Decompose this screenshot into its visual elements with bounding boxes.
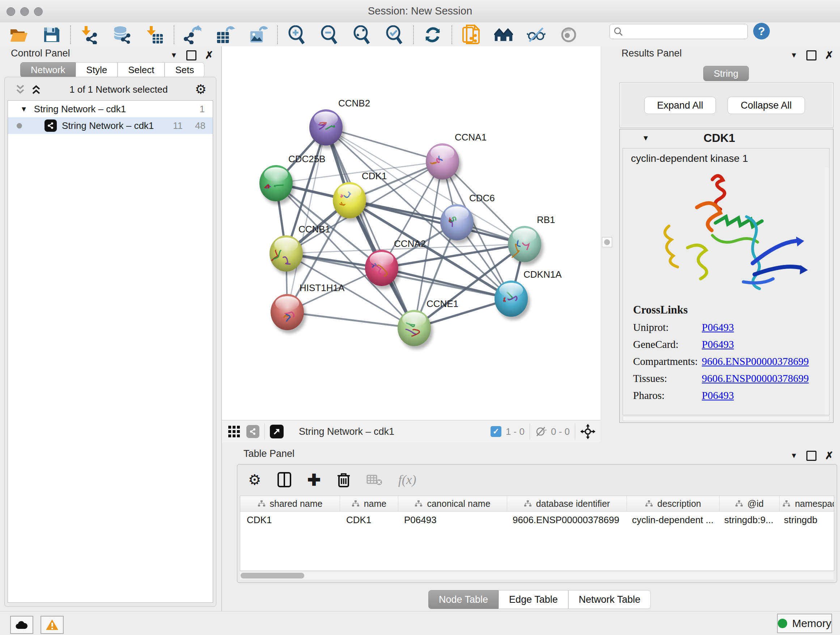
import-network-database-button[interactable] [113, 25, 132, 44]
table-cell[interactable]: stringdb:9... [718, 511, 777, 528]
network-node[interactable]: CCNE1 [398, 298, 458, 349]
network-edge[interactable] [287, 312, 414, 328]
column-header[interactable]: namespace [780, 496, 834, 511]
selected-nodes-checkbox[interactable]: ✓ [491, 426, 501, 437]
string-network-graph[interactable]: CCNB2CCNA1CDC25BCDK1CDC6RB1CCNB1CCNA2CDK… [222, 46, 600, 420]
network-node[interactable]: HIST1H1A [271, 282, 345, 333]
crosslink-link[interactable]: 9606.ENSP00000378699 [702, 372, 809, 385]
expand-all-icon[interactable] [30, 84, 42, 95]
crosslink-link[interactable]: P06493 [702, 339, 734, 350]
network-collection-row[interactable]: ▼ String Network – cdk1 1 [8, 101, 213, 117]
cloud-button[interactable] [10, 616, 33, 634]
export-image-button[interactable] [249, 25, 268, 44]
zoom-out-button[interactable] [320, 25, 339, 44]
network-share-icon[interactable] [246, 425, 259, 438]
string-home-button[interactable] [494, 25, 513, 44]
delete-table-icon [366, 473, 382, 486]
crosslink-link[interactable]: P06493 [702, 321, 734, 333]
open-session-button[interactable] [9, 25, 28, 44]
tab-select[interactable]: Select [118, 62, 164, 78]
warning-button[interactable] [41, 616, 64, 634]
splitter-collapse-button[interactable] [602, 237, 612, 247]
tab-network[interactable]: Network [20, 62, 76, 78]
table-panel-float-icon[interactable] [806, 451, 816, 461]
protein-section-header[interactable]: ▼ CDK1 [620, 129, 833, 147]
table-horizontal-scrollbar[interactable] [240, 572, 834, 580]
birdseye-grid-icon[interactable] [227, 425, 240, 438]
export-network-button[interactable] [184, 25, 202, 44]
network-options-gear-icon[interactable]: ⚙ [195, 83, 207, 96]
zoom-fit-button[interactable] [352, 25, 371, 44]
table-panel-menu-icon[interactable]: ▼ [790, 451, 798, 460]
column-header[interactable]: @id [720, 496, 780, 511]
table-options-gear-icon[interactable]: ⚙ [248, 472, 261, 487]
column-header[interactable]: database identifier [507, 496, 627, 511]
column-header[interactable]: name [340, 496, 398, 511]
column-header[interactable]: shared name [240, 496, 340, 511]
tab-style[interactable]: Style [76, 62, 118, 78]
table-row[interactable]: CDK1CDK1P064939606.ENSP00000378699cyclin… [240, 511, 834, 528]
toolbar-separator [264, 423, 265, 440]
network-node[interactable]: CCNB2 [309, 98, 370, 149]
import-table-file-button[interactable] [145, 25, 164, 44]
table-cell[interactable]: P06493 [398, 511, 506, 528]
control-panel-float-icon[interactable] [186, 50, 196, 60]
import-network-file-button[interactable] [80, 25, 99, 44]
string-import-button[interactable] [462, 25, 480, 44]
zoom-selected-button[interactable] [385, 25, 404, 44]
crosslink-link[interactable]: 9606.ENSP00000378699 [702, 356, 809, 367]
crosslink-link[interactable]: P06493 [702, 390, 734, 402]
export-table-button[interactable] [216, 25, 235, 44]
network-node[interactable]: RB1 [508, 214, 555, 265]
results-panel-close-icon[interactable]: ✗ [825, 49, 834, 61]
create-column-plus-icon[interactable]: ✚ [308, 470, 321, 489]
zoom-in-button[interactable] [287, 25, 306, 44]
tab-network-table[interactable]: Network Table [568, 590, 651, 609]
table-cell[interactable]: 9606.ENSP00000378699 [506, 511, 625, 528]
tab-edge-table[interactable]: Edge Table [499, 590, 568, 609]
show-eye-button[interactable] [559, 25, 578, 44]
search-input[interactable] [623, 26, 744, 37]
table-cell[interactable]: cyclin-dependent ... [625, 511, 718, 528]
control-panel-menu-icon[interactable]: ▼ [171, 51, 178, 59]
network-row[interactable]: String Network – cdk1 11 48 [8, 117, 213, 134]
results-horizontal-scrollbar[interactable] [622, 416, 829, 421]
table-cell[interactable]: CDK1 [340, 511, 398, 528]
show-columns-icon[interactable] [277, 472, 292, 488]
delete-column-trash-icon[interactable] [337, 471, 351, 488]
protein-expander-icon[interactable]: ▼ [642, 134, 649, 142]
table-scrollbar-thumb[interactable] [240, 573, 304, 578]
expand-all-button[interactable]: Expand All [644, 97, 716, 114]
results-vertical-scrollbar[interactable] [825, 167, 829, 415]
tab-node-table[interactable]: Node Table [428, 590, 499, 609]
network-edge[interactable] [326, 127, 414, 328]
column-header[interactable]: canonical name [398, 496, 507, 511]
table-panel-close-icon[interactable]: ✗ [825, 450, 834, 462]
network-node[interactable]: CDC6 [440, 193, 495, 244]
help-button[interactable]: ? [753, 23, 770, 40]
search-box[interactable] [609, 24, 748, 39]
refresh-button[interactable] [423, 25, 442, 44]
tab-string[interactable]: String [703, 66, 749, 81]
pan-crosshair-icon[interactable] [580, 424, 595, 439]
tab-sets[interactable]: Sets [164, 62, 204, 78]
results-panel-menu-icon[interactable]: ▼ [790, 51, 798, 59]
open-in-new-window-icon[interactable] [270, 424, 284, 439]
control-panel-close-icon[interactable]: ✗ [205, 49, 213, 61]
vertical-splitter[interactable] [600, 46, 617, 442]
column-header[interactable]: description [627, 496, 720, 511]
network-node[interactable]: CCNA1 [426, 132, 486, 183]
hide-glasses-button[interactable] [527, 25, 546, 44]
network-node[interactable]: CDKN1A [494, 269, 562, 320]
collapse-all-button[interactable]: Collapse All [728, 97, 805, 114]
results-panel-float-icon[interactable] [806, 50, 816, 60]
table-cell[interactable]: stringdb [777, 511, 834, 528]
network-canvas[interactable]: CCNB2CCNA1CDC25BCDK1CDC6RB1CCNB1CCNA2CDK… [222, 46, 600, 420]
collection-expander-icon[interactable]: ▼ [20, 105, 27, 113]
collapse-all-icon[interactable] [14, 84, 27, 95]
memory-button[interactable]: Memory [777, 614, 832, 633]
save-session-button[interactable] [42, 25, 61, 44]
column-header-label: shared name [270, 499, 323, 509]
table-cell[interactable]: CDK1 [240, 511, 340, 528]
double-house-icon [494, 26, 513, 43]
